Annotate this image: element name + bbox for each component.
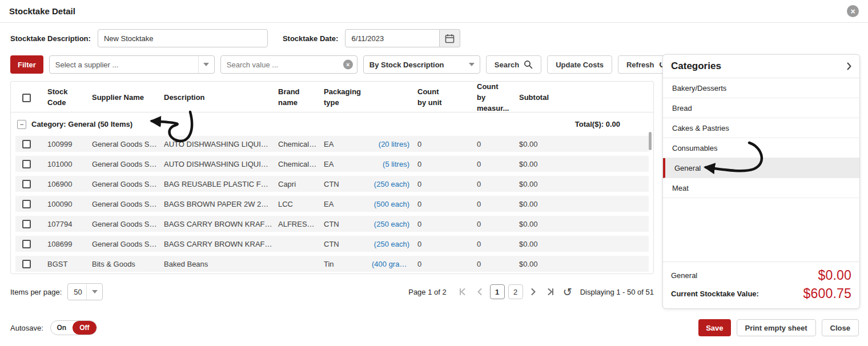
search-input[interactable] — [220, 55, 357, 74]
page-1-button[interactable]: 1 — [490, 284, 505, 299]
supplier-select-placeholder: Select a supplier ... — [50, 61, 198, 69]
search-by-select[interactable]: By Stock Description — [363, 55, 480, 74]
stocktake-description-input[interactable] — [98, 29, 268, 47]
category-item-consumables[interactable]: Consumables — [663, 138, 859, 158]
supplier-select[interactable]: Select a supplier ... — [49, 55, 215, 74]
cell-count-unit[interactable]: 0 — [417, 240, 477, 248]
table-row[interactable]: 100999 General Goods Store AUTO DISHWASH… — [11, 136, 653, 152]
cell-measure-link[interactable]: (250 each) — [372, 240, 417, 248]
displaying-status: Displaying 1 - 50 of 51 — [580, 288, 654, 296]
close-button[interactable]: Close — [822, 319, 859, 336]
cell-count-unit[interactable]: 0 — [417, 180, 477, 188]
cell-supplier: General Goods Store — [92, 200, 164, 208]
row-checkbox[interactable] — [22, 200, 31, 208]
table-row[interactable]: 106900 General Goods Store BAG REUSABLE … — [11, 176, 653, 192]
row-checkbox[interactable] — [22, 180, 31, 188]
footer-actions: Save Print empty sheet Close — [698, 319, 859, 336]
category-item-bread[interactable]: Bread — [663, 98, 859, 118]
reload-list-icon[interactable]: ↺ — [563, 287, 572, 297]
cell-description: Baked Beans — [164, 260, 278, 268]
cell-count-measure[interactable]: 0 — [477, 200, 519, 208]
selected-category-label: General — [671, 271, 697, 280]
cell-count-measure[interactable]: 0 — [477, 160, 519, 168]
autosave-off-option[interactable]: Off — [73, 321, 97, 335]
cell-measure-link[interactable]: (20 litres) — [372, 140, 417, 148]
stocktake-date-group — [345, 29, 460, 47]
close-dialog-icon[interactable]: × — [847, 5, 859, 17]
autosave-toggle[interactable]: On Off — [50, 320, 97, 335]
cell-count-measure[interactable]: 0 — [477, 260, 519, 268]
cell-count-measure[interactable]: 0 — [477, 220, 519, 228]
cell-packaging: CTN — [324, 180, 372, 188]
cell-count-unit[interactable]: 0 — [417, 200, 477, 208]
stocktake-value: $600.75 — [803, 286, 851, 301]
cell-supplier: General Goods Store — [92, 220, 164, 228]
calendar-button[interactable] — [440, 29, 460, 47]
category-item-meat[interactable]: Meat — [663, 178, 859, 198]
cell-measure-link[interactable]: (400 grams) — [372, 260, 417, 268]
cell-subtotal: $0.00 — [519, 260, 653, 268]
cell-measure-link[interactable]: (500 each) — [372, 200, 417, 208]
cell-count-unit[interactable]: 0 — [417, 220, 477, 228]
row-checkbox[interactable] — [22, 220, 31, 228]
first-page-button[interactable] — [456, 285, 469, 299]
categories-header: Categories — [663, 55, 859, 78]
categories-panel: Categories Bakery/Desserts Bread Cakes &… — [662, 54, 860, 309]
collapse-panel-icon[interactable] — [847, 62, 851, 70]
chevron-down-icon[interactable] — [86, 284, 102, 300]
table-row[interactable]: 108699 General Goods Store BAGS CARRY BR… — [11, 236, 653, 252]
filter-toolbar: Filter Select a supplier ... × By Stock … — [10, 55, 676, 74]
cell-count-measure[interactable]: 0 — [477, 180, 519, 188]
search-by-value: By Stock Description — [364, 61, 464, 69]
cell-count-unit[interactable]: 0 — [417, 260, 477, 268]
stocktake-date-input[interactable] — [345, 29, 440, 47]
save-button[interactable]: Save — [698, 319, 730, 336]
table-row[interactable]: 107794 General Goods Store BAGS CARRY BR… — [11, 216, 653, 232]
category-item-cakes-pastries[interactable]: Cakes & Pastries — [663, 118, 859, 138]
cell-measure-link[interactable]: (250 each) — [372, 220, 417, 228]
search-button[interactable]: Search — [486, 55, 541, 74]
page-status: Page 1 of 2 — [408, 288, 447, 296]
previous-page-button[interactable] — [473, 285, 487, 299]
row-checkbox[interactable] — [22, 240, 31, 248]
cell-stock-code: 106900 — [47, 180, 92, 188]
page-2-button[interactable]: 2 — [508, 284, 523, 299]
cell-stock-code: 100090 — [47, 200, 92, 208]
print-empty-sheet-button[interactable]: Print empty sheet — [737, 319, 816, 336]
cell-count-unit[interactable]: 0 — [417, 160, 477, 168]
cell-brand: Chemical R ... — [278, 140, 324, 148]
filter-button[interactable]: Filter — [10, 55, 43, 74]
date-label: Stocktake Date: — [283, 34, 339, 43]
cell-measure-link[interactable]: (250 each) — [372, 180, 417, 188]
items-per-page-select[interactable]: 50 — [67, 283, 103, 300]
select-all-checkbox[interactable] — [22, 94, 31, 102]
cell-count-measure[interactable]: 0 — [477, 240, 519, 248]
cell-packaging: EA — [324, 160, 372, 168]
category-item-general[interactable]: General — [663, 158, 859, 178]
cell-measure-link[interactable]: (5 litres) — [372, 160, 417, 168]
cell-count-unit[interactable]: 0 — [417, 140, 477, 148]
row-checkbox[interactable] — [22, 160, 31, 168]
update-costs-button[interactable]: Update Costs — [547, 55, 612, 74]
row-checkbox[interactable] — [22, 260, 31, 268]
table-row[interactable]: 101000 General Goods Store AUTO DISHWASH… — [11, 156, 653, 172]
category-item-bakery-desserts[interactable]: Bakery/Desserts — [663, 78, 859, 98]
cell-stock-code: 100999 — [47, 140, 92, 148]
autosave-control: Autosave: On Off — [10, 320, 97, 335]
last-page-button[interactable] — [544, 285, 557, 299]
autosave-on-option[interactable]: On — [51, 321, 73, 335]
collapse-group-icon[interactable]: − — [17, 120, 26, 129]
cell-brand: LCC — [278, 200, 324, 208]
chevron-down-icon[interactable] — [198, 56, 214, 73]
table-scrollbar[interactable] — [649, 132, 652, 150]
table-row[interactable]: 100090 General Goods Store BAGS BROWN PA… — [11, 196, 653, 212]
cell-count-measure[interactable]: 0 — [477, 140, 519, 148]
cell-supplier: General Goods Store — [92, 140, 164, 148]
next-page-button[interactable] — [527, 285, 540, 299]
chevron-down-icon[interactable] — [464, 56, 480, 73]
row-checkbox[interactable] — [22, 140, 31, 148]
col-header-supplier-name: Supplier Name — [92, 92, 164, 103]
table-row[interactable]: BGST Bits & Goods Baked Beans Tin (400 g… — [11, 256, 653, 272]
clear-search-icon[interactable]: × — [343, 60, 353, 70]
cell-subtotal: $0.00 — [519, 200, 653, 208]
